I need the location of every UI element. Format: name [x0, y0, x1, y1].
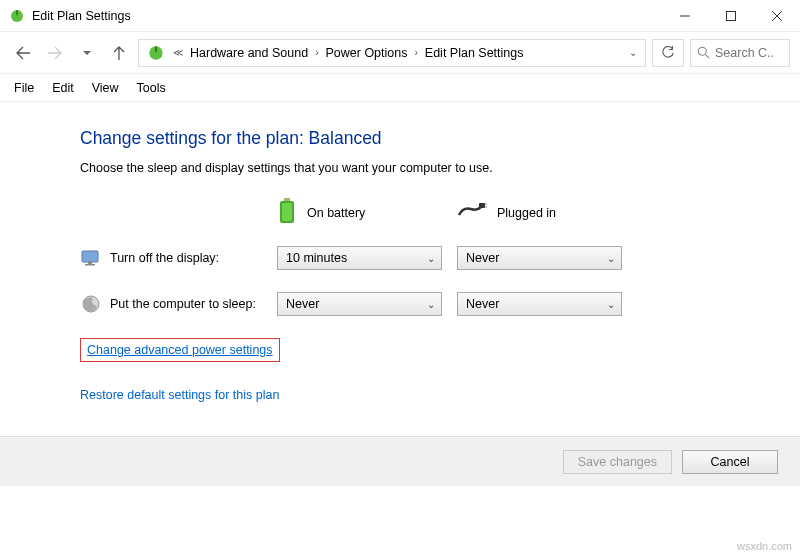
svg-rect-7 [155, 46, 157, 52]
sleep-icon [80, 293, 102, 315]
save-button[interactable]: Save changes [563, 450, 672, 474]
close-button[interactable] [754, 0, 800, 32]
forward-button[interactable] [42, 40, 68, 66]
svg-rect-3 [727, 11, 736, 20]
window-title: Edit Plan Settings [32, 9, 662, 23]
chevron-down-icon: ⌄ [607, 299, 615, 310]
change-advanced-link[interactable]: Change advanced power settings [87, 343, 273, 357]
breadcrumb-item[interactable]: Hardware and Sound [187, 46, 311, 60]
search-input[interactable] [715, 46, 775, 60]
display-battery-dropdown[interactable]: 10 minutes ⌄ [277, 246, 442, 270]
recent-locations-button[interactable] [74, 40, 100, 66]
power-options-icon [8, 7, 26, 25]
column-battery-label: On battery [307, 206, 365, 220]
sleep-plugged-dropdown[interactable]: Never ⌄ [457, 292, 622, 316]
menu-bar: File Edit View Tools [0, 74, 800, 102]
menu-file[interactable]: File [6, 78, 42, 98]
cancel-button[interactable]: Cancel [682, 450, 778, 474]
chevron-down-icon: ⌄ [427, 299, 435, 310]
column-plugged-label: Plugged in [497, 206, 556, 220]
watermark: wsxdn.com [737, 540, 792, 552]
highlight-box: Change advanced power settings [80, 338, 280, 362]
advanced-link-row: Change advanced power settings [80, 338, 776, 362]
display-icon [80, 247, 102, 269]
back-button[interactable] [10, 40, 36, 66]
svg-rect-16 [82, 251, 98, 262]
chevron-down-icon: ⌄ [427, 253, 435, 264]
nav-bar: ≪ Hardware and Sound › Power Options › E… [0, 32, 800, 74]
sleep-timeout-label: Put the computer to sleep: [110, 297, 277, 311]
display-timeout-label: Turn off the display: [110, 251, 277, 265]
svg-rect-13 [479, 203, 485, 208]
dropdown-value: Never [466, 251, 499, 265]
content-area: Change settings for the plan: Balanced C… [0, 102, 800, 418]
power-options-icon [146, 43, 166, 63]
dropdown-value: Never [286, 297, 319, 311]
dropdown-value: Never [466, 297, 499, 311]
svg-rect-12 [282, 203, 292, 221]
breadcrumb-item[interactable]: Power Options [322, 46, 410, 60]
page-title: Change settings for the plan: Balanced [80, 128, 776, 149]
breadcrumb-item[interactable]: Edit Plan Settings [422, 46, 527, 60]
search-box[interactable] [690, 39, 790, 67]
sleep-battery-dropdown[interactable]: Never ⌄ [277, 292, 442, 316]
page-subtext: Choose the sleep and display settings th… [80, 161, 776, 175]
footer-bar: Save changes Cancel [0, 436, 800, 486]
svg-rect-18 [85, 264, 95, 266]
chevron-left-icon: ≪ [171, 47, 185, 58]
display-timeout-row: Turn off the display: 10 minutes ⌄ Never… [80, 246, 776, 270]
menu-tools[interactable]: Tools [129, 78, 174, 98]
svg-line-9 [706, 55, 710, 59]
maximize-button[interactable] [708, 0, 754, 32]
restore-defaults-link[interactable]: Restore default settings for this plan [80, 388, 279, 402]
sleep-timeout-row: Put the computer to sleep: Never ⌄ Never… [80, 292, 776, 316]
svg-rect-10 [284, 198, 290, 201]
dropdown-value: 10 minutes [286, 251, 347, 265]
chevron-down-icon[interactable]: ⌄ [625, 47, 641, 58]
battery-icon [277, 197, 297, 228]
chevron-right-icon: › [412, 47, 419, 58]
menu-view[interactable]: View [84, 78, 127, 98]
column-headers: On battery Plugged in [80, 197, 776, 228]
breadcrumb[interactable]: ≪ Hardware and Sound › Power Options › E… [138, 39, 646, 67]
minimize-button[interactable] [662, 0, 708, 32]
plug-icon [457, 201, 487, 224]
refresh-button[interactable] [652, 39, 684, 67]
svg-rect-1 [16, 10, 18, 15]
chevron-right-icon: › [313, 47, 320, 58]
chevron-down-icon: ⌄ [607, 253, 615, 264]
column-battery: On battery [277, 197, 457, 228]
search-icon [697, 46, 710, 59]
column-plugged: Plugged in [457, 201, 637, 224]
svg-rect-17 [88, 262, 92, 264]
title-bar: Edit Plan Settings [0, 0, 800, 32]
display-plugged-dropdown[interactable]: Never ⌄ [457, 246, 622, 270]
up-button[interactable] [106, 40, 132, 66]
menu-edit[interactable]: Edit [44, 78, 82, 98]
svg-point-8 [698, 47, 706, 55]
